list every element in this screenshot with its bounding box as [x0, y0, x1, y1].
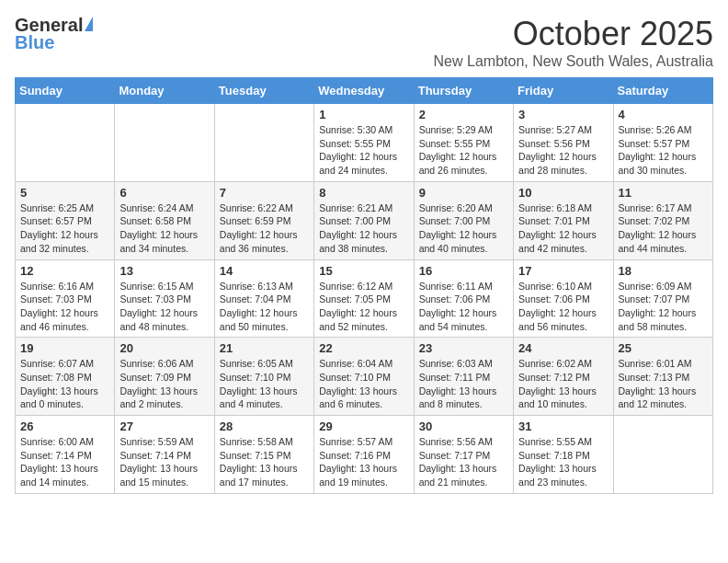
- calendar-cell: [16, 104, 115, 182]
- logo-blue: Blue: [15, 32, 54, 53]
- day-number: 12: [20, 264, 109, 278]
- calendar-cell: 29Sunrise: 5:57 AM Sunset: 7:16 PM Dayli…: [314, 416, 414, 494]
- calendar-cell: 1Sunrise: 5:30 AM Sunset: 5:55 PM Daylig…: [314, 104, 414, 182]
- calendar-cell: 22Sunrise: 6:04 AM Sunset: 7:10 PM Dayli…: [314, 338, 414, 416]
- calendar-cell: 30Sunrise: 5:56 AM Sunset: 7:17 PM Dayli…: [414, 416, 513, 494]
- day-number: 19: [20, 341, 109, 355]
- day-info: Sunrise: 6:05 AM Sunset: 7:10 PM Dayligh…: [220, 357, 309, 411]
- day-info: Sunrise: 6:24 AM Sunset: 6:58 PM Dayligh…: [119, 201, 209, 256]
- day-info: Sunrise: 6:06 AM Sunset: 7:09 PM Dayligh…: [119, 357, 209, 411]
- day-info: Sunrise: 6:25 AM Sunset: 6:57 PM Dayligh…: [20, 201, 109, 256]
- logo: General Blue: [15, 15, 93, 53]
- day-info: Sunrise: 5:56 AM Sunset: 7:17 PM Dayligh…: [419, 435, 508, 489]
- calendar-week-row: 26Sunrise: 6:00 AM Sunset: 7:14 PM Dayli…: [16, 416, 713, 494]
- day-number: 30: [419, 419, 508, 433]
- day-number: 10: [518, 186, 608, 200]
- calendar-cell: 17Sunrise: 6:10 AM Sunset: 7:06 PM Dayli…: [514, 259, 613, 338]
- day-number: 21: [220, 341, 309, 355]
- day-number: 24: [518, 341, 608, 355]
- calendar-cell: 7Sunrise: 6:22 AM Sunset: 6:59 PM Daylig…: [214, 181, 313, 259]
- calendar-cell: 18Sunrise: 6:09 AM Sunset: 7:07 PM Dayli…: [613, 259, 712, 338]
- calendar-cell: 21Sunrise: 6:05 AM Sunset: 7:10 PM Dayli…: [214, 338, 313, 416]
- day-number: 17: [518, 264, 608, 278]
- day-info: Sunrise: 5:27 AM Sunset: 5:56 PM Dayligh…: [518, 123, 608, 178]
- calendar-cell: 13Sunrise: 6:15 AM Sunset: 7:03 PM Dayli…: [115, 259, 214, 338]
- day-info: Sunrise: 6:16 AM Sunset: 7:03 PM Dayligh…: [20, 280, 109, 334]
- day-number: 27: [119, 419, 209, 433]
- header-sunday: Sunday: [16, 78, 115, 104]
- calendar-header-row: SundayMondayTuesdayWednesdayThursdayFrid…: [16, 78, 713, 104]
- day-number: 2: [419, 108, 508, 121]
- header-thursday: Thursday: [414, 78, 513, 104]
- day-number: 14: [220, 264, 309, 278]
- day-number: 7: [220, 186, 309, 200]
- calendar-cell: 31Sunrise: 5:55 AM Sunset: 7:18 PM Dayli…: [514, 416, 613, 494]
- day-number: 1: [319, 108, 408, 121]
- location: New Lambton, New South Wales, Australia: [434, 53, 713, 70]
- header-tuesday: Tuesday: [214, 78, 313, 104]
- day-info: Sunrise: 6:21 AM Sunset: 7:00 PM Dayligh…: [319, 201, 408, 256]
- day-info: Sunrise: 6:09 AM Sunset: 7:07 PM Dayligh…: [619, 280, 708, 334]
- day-number: 3: [518, 108, 608, 121]
- day-number: 15: [319, 264, 408, 278]
- calendar-cell: 24Sunrise: 6:02 AM Sunset: 7:12 PM Dayli…: [514, 338, 613, 416]
- day-number: 4: [619, 108, 708, 121]
- day-info: Sunrise: 6:20 AM Sunset: 7:00 PM Dayligh…: [419, 201, 508, 256]
- calendar-cell: 12Sunrise: 6:16 AM Sunset: 7:03 PM Dayli…: [16, 259, 115, 338]
- day-info: Sunrise: 6:04 AM Sunset: 7:10 PM Dayligh…: [319, 357, 408, 411]
- calendar-cell: 4Sunrise: 5:26 AM Sunset: 5:57 PM Daylig…: [613, 104, 712, 182]
- day-info: Sunrise: 5:30 AM Sunset: 5:55 PM Dayligh…: [319, 123, 408, 178]
- calendar-cell: 3Sunrise: 5:27 AM Sunset: 5:56 PM Daylig…: [514, 104, 613, 182]
- day-info: Sunrise: 6:15 AM Sunset: 7:03 PM Dayligh…: [119, 280, 209, 334]
- day-info: Sunrise: 6:11 AM Sunset: 7:06 PM Dayligh…: [419, 280, 508, 334]
- calendar-cell: 2Sunrise: 5:29 AM Sunset: 5:55 PM Daylig…: [414, 104, 513, 182]
- calendar-cell: 9Sunrise: 6:20 AM Sunset: 7:00 PM Daylig…: [414, 181, 513, 259]
- calendar-cell: 23Sunrise: 6:03 AM Sunset: 7:11 PM Dayli…: [414, 338, 513, 416]
- calendar-table: SundayMondayTuesdayWednesdayThursdayFrid…: [15, 77, 713, 494]
- day-number: 20: [119, 341, 209, 355]
- day-info: Sunrise: 6:07 AM Sunset: 7:08 PM Dayligh…: [20, 357, 109, 411]
- calendar-cell: 27Sunrise: 5:59 AM Sunset: 7:14 PM Dayli…: [115, 416, 214, 494]
- day-info: Sunrise: 5:59 AM Sunset: 7:14 PM Dayligh…: [119, 435, 209, 489]
- day-number: 9: [419, 186, 508, 200]
- page-header: General Blue October 2025 New Lambton, N…: [15, 15, 713, 70]
- calendar-week-row: 19Sunrise: 6:07 AM Sunset: 7:08 PM Dayli…: [16, 338, 713, 416]
- day-number: 29: [319, 419, 408, 433]
- calendar-cell: 28Sunrise: 5:58 AM Sunset: 7:15 PM Dayli…: [214, 416, 313, 494]
- day-number: 25: [619, 341, 708, 355]
- day-info: Sunrise: 5:29 AM Sunset: 5:55 PM Dayligh…: [419, 123, 508, 178]
- day-info: Sunrise: 5:58 AM Sunset: 7:15 PM Dayligh…: [220, 435, 309, 489]
- calendar-cell: [613, 416, 712, 494]
- day-info: Sunrise: 6:00 AM Sunset: 7:14 PM Dayligh…: [20, 435, 109, 489]
- day-number: 8: [319, 186, 408, 200]
- day-number: 16: [419, 264, 508, 278]
- calendar-week-row: 5Sunrise: 6:25 AM Sunset: 6:57 PM Daylig…: [16, 181, 713, 259]
- title-section: October 2025 New Lambton, New South Wale…: [434, 15, 713, 70]
- day-info: Sunrise: 6:22 AM Sunset: 6:59 PM Dayligh…: [220, 201, 309, 256]
- calendar-cell: [214, 104, 313, 182]
- header-saturday: Saturday: [613, 78, 712, 104]
- calendar-cell: 15Sunrise: 6:12 AM Sunset: 7:05 PM Dayli…: [314, 259, 414, 338]
- day-info: Sunrise: 6:18 AM Sunset: 7:01 PM Dayligh…: [518, 201, 608, 256]
- day-info: Sunrise: 6:12 AM Sunset: 7:05 PM Dayligh…: [319, 280, 408, 334]
- day-info: Sunrise: 5:55 AM Sunset: 7:18 PM Dayligh…: [518, 435, 608, 489]
- day-number: 28: [220, 419, 309, 433]
- calendar-cell: 6Sunrise: 6:24 AM Sunset: 6:58 PM Daylig…: [115, 181, 214, 259]
- day-info: Sunrise: 6:13 AM Sunset: 7:04 PM Dayligh…: [220, 280, 309, 334]
- day-info: Sunrise: 6:17 AM Sunset: 7:02 PM Dayligh…: [619, 201, 708, 256]
- header-monday: Monday: [115, 78, 214, 104]
- calendar-week-row: 1Sunrise: 5:30 AM Sunset: 5:55 PM Daylig…: [16, 104, 713, 182]
- day-number: 23: [419, 341, 508, 355]
- calendar-cell: 19Sunrise: 6:07 AM Sunset: 7:08 PM Dayli…: [16, 338, 115, 416]
- day-number: 22: [319, 341, 408, 355]
- day-info: Sunrise: 5:57 AM Sunset: 7:16 PM Dayligh…: [319, 435, 408, 489]
- calendar-week-row: 12Sunrise: 6:16 AM Sunset: 7:03 PM Dayli…: [16, 259, 713, 338]
- day-info: Sunrise: 6:10 AM Sunset: 7:06 PM Dayligh…: [518, 280, 608, 334]
- day-number: 5: [20, 186, 109, 200]
- calendar-cell: 25Sunrise: 6:01 AM Sunset: 7:13 PM Dayli…: [613, 338, 712, 416]
- day-number: 26: [20, 419, 109, 433]
- header-wednesday: Wednesday: [314, 78, 414, 104]
- calendar-cell: 16Sunrise: 6:11 AM Sunset: 7:06 PM Dayli…: [414, 259, 513, 338]
- calendar-cell: 26Sunrise: 6:00 AM Sunset: 7:14 PM Dayli…: [16, 416, 115, 494]
- calendar-cell: 8Sunrise: 6:21 AM Sunset: 7:00 PM Daylig…: [314, 181, 414, 259]
